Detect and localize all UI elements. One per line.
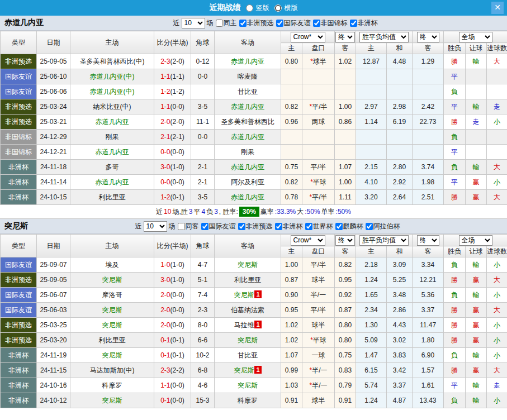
home-team-name: 突尼斯 [102, 351, 122, 359]
away-odds-cell: 0.87 [335, 303, 356, 318]
layout-vertical-label[interactable]: 竖版 [256, 3, 269, 13]
section-tunisia: 突尼斯 近 10 场 同客 国际友谊非洲预选非洲杯世界杯麒麟杯阿拉伯杯 类型 日… [0, 219, 507, 408]
league-filter[interactable]: 世界杯 [303, 222, 333, 231]
result-cell: 負 [444, 348, 466, 363]
home-odds-cell: 0.96 [281, 114, 302, 130]
goals-result-cell [487, 130, 507, 145]
handicap-result-cell [466, 69, 487, 84]
league-checkbox[interactable] [313, 20, 320, 27]
same-venue-filter[interactable]: 同客 [176, 222, 199, 231]
recent-count-select[interactable]: 10 [144, 221, 167, 232]
halftime-score: (1-1) [170, 73, 184, 80]
handicap-cell: 一球 [302, 348, 335, 363]
league-cell: 国际友谊 [1, 69, 37, 84]
league-cell: 国际友谊 [1, 84, 37, 99]
fulltime-score: 2-0 [160, 321, 170, 329]
away-odds-cell [335, 84, 356, 99]
layout-vertical-radio[interactable] [246, 4, 253, 12]
layout-horizontal-label[interactable]: 横版 [285, 3, 298, 13]
handicap-value: 平/半 [312, 193, 327, 201]
league-cell: 国际友谊 [1, 257, 37, 273]
same-venue-checkbox[interactable] [178, 223, 185, 230]
goals-result-cell: 大 [487, 303, 507, 318]
halftime-score: (0-0) [170, 381, 184, 389]
league-checkbox[interactable] [305, 223, 312, 230]
match-row: 非洲杯24-11-19突尼斯0-1(0-1)10-2甘比亚1.07一球0.751… [1, 348, 507, 363]
league-checkbox[interactable] [201, 223, 209, 230]
same-venue-filter[interactable]: 同主 [214, 18, 237, 28]
result-cell: 平 [444, 69, 466, 84]
away-team-cell: 赤道几内亚 [215, 99, 281, 114]
handicap-result-cell: 赢 [466, 175, 487, 190]
fulltime-score: 2-0 [160, 291, 170, 299]
league-filter[interactable]: 非洲杯 [273, 222, 303, 231]
away-team-cell: 甘比亚 [215, 348, 281, 363]
result-cell: 負 [444, 84, 466, 99]
league-filter[interactable]: 国际友谊 [199, 222, 236, 231]
col-avg-home: 主 [356, 43, 387, 54]
odds-company-select[interactable]: Crow* [291, 235, 325, 246]
home-team-name: 赤道几内亚(中) [90, 73, 135, 80]
handicap-result-cell: 輸 [466, 160, 487, 175]
corner-cell: 10-2 [191, 348, 215, 363]
odds-final-select[interactable]: 终 [335, 235, 355, 246]
league-checkbox[interactable] [238, 223, 245, 230]
league-filter[interactable]: 非洲杯 [348, 18, 378, 28]
league-checkbox[interactable] [276, 20, 283, 27]
home-odds-cell [281, 130, 302, 145]
league-filter[interactable]: 非国锦标 [311, 18, 348, 28]
fulltime-score: 2-3 [160, 366, 170, 374]
home-team-cell: 纳米比亚(中) [70, 99, 154, 114]
league-checkbox[interactable] [350, 20, 357, 27]
halftime-score: (0-0) [170, 397, 184, 404]
col-home: 主场 [70, 235, 154, 257]
league-filter[interactable]: 非洲预选 [237, 18, 274, 28]
odds-final-select[interactable]: 终 [335, 32, 355, 42]
summary-segment: :50% [305, 208, 320, 216]
league-filter[interactable]: 麒麟杯 [333, 222, 363, 231]
score-cell: 3-0(1-0) [154, 273, 191, 288]
league-filter[interactable]: 非洲预选 [236, 222, 273, 231]
home-team-name: 突尼斯 [102, 397, 122, 404]
handicap-value: 球半 [313, 58, 326, 65]
handicap-value: 半/一 [311, 291, 326, 299]
match-date: 24-10-16 [37, 378, 70, 393]
avg-select[interactable]: 胜平负均值 [359, 32, 409, 42]
avg-final-select[interactable]: 终 [417, 235, 439, 246]
away-team-name: 突尼斯 [238, 336, 258, 344]
league-checkbox[interactable] [239, 20, 247, 27]
close-icon[interactable]: ✕ [491, 2, 504, 14]
goals-result-cell [487, 69, 507, 84]
goals-result-cell: 大 [487, 363, 507, 378]
handicap-result-cell: 輸 [466, 99, 487, 114]
away-odds-cell [335, 145, 356, 160]
league-filter[interactable]: 国际友谊 [274, 18, 311, 28]
recent-count-select[interactable]: 10 [182, 18, 205, 28]
league-cell: 非洲预选 [1, 114, 37, 130]
avg-away-cell: 3.37 [413, 303, 444, 318]
avg-draw-cell: 2.64 [387, 190, 413, 205]
league-checkbox[interactable] [275, 223, 282, 230]
summary-segment: , 胜率: [219, 207, 238, 217]
summary-row: 近10场,胜3平4负3, 胜率: 30% 赢率:33.3% 大:50% 单率:5… [0, 205, 507, 219]
league-filter[interactable]: 阿拉伯杯 [363, 222, 400, 231]
avg-home-cell [356, 69, 387, 84]
goals-result-cell: 小 [487, 288, 507, 303]
layout-horizontal-radio[interactable] [274, 4, 282, 12]
handicap-result-cell: 輸 [466, 288, 487, 303]
summary-segment: :50% [336, 208, 351, 216]
red-card-badge: 1 [254, 321, 261, 328]
avg-select[interactable]: 胜平负均值 [359, 235, 409, 246]
odds-company-select[interactable]: Crow* [291, 32, 325, 42]
halftime-score: (0-0) [170, 321, 184, 329]
avg-away-cell: 1.29 [413, 54, 444, 69]
league-filter-label: 非洲杯 [358, 18, 378, 28]
scope-select[interactable]: 全场 [459, 32, 492, 42]
away-team-cell: 突尼斯 [215, 257, 281, 273]
same-venue-checkbox[interactable] [216, 20, 223, 27]
col-date: 日期 [37, 31, 70, 54]
avg-final-select[interactable]: 终 [417, 32, 439, 42]
league-checkbox[interactable] [335, 223, 343, 230]
league-checkbox[interactable] [366, 223, 373, 230]
scope-select[interactable]: 全场 [459, 235, 492, 246]
